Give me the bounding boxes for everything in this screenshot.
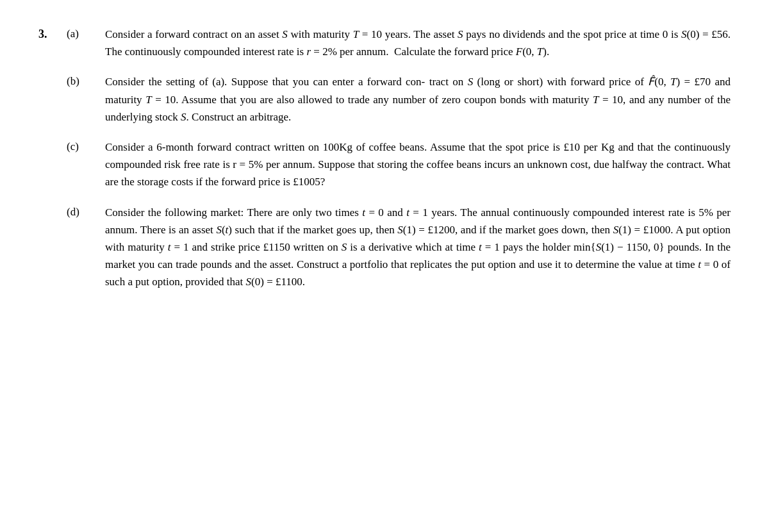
part-c-row: (c) Consider a 6-month forward contract … [67,138,731,191]
part-b-label: (b) [67,73,105,90]
problem-container: 3. (a) Consider a forward contract on an… [38,26,731,290]
problem-row: 3. (a) Consider a forward contract on an… [38,26,731,290]
part-d-row: (d) Consider the following market: There… [67,204,731,291]
parts-container: (a) Consider a forward contract on an as… [67,26,731,290]
part-a-text: Consider a forward contract on an asset … [105,26,731,60]
part-b-text: Consider the setting of (a). Suppose tha… [105,73,731,126]
part-c-text: Consider a 6-month forward contract writ… [105,138,731,191]
part-d-text: Consider the following market: There are… [105,204,731,291]
part-c-label: (c) [67,138,105,155]
part-a-row: (a) Consider a forward contract on an as… [67,26,731,60]
part-a-label: (a) [67,26,105,42]
part-b-row: (b) Consider the setting of (a). Suppose… [67,73,731,126]
problem-number: 3. [38,26,67,44]
part-d-label: (d) [67,204,105,220]
